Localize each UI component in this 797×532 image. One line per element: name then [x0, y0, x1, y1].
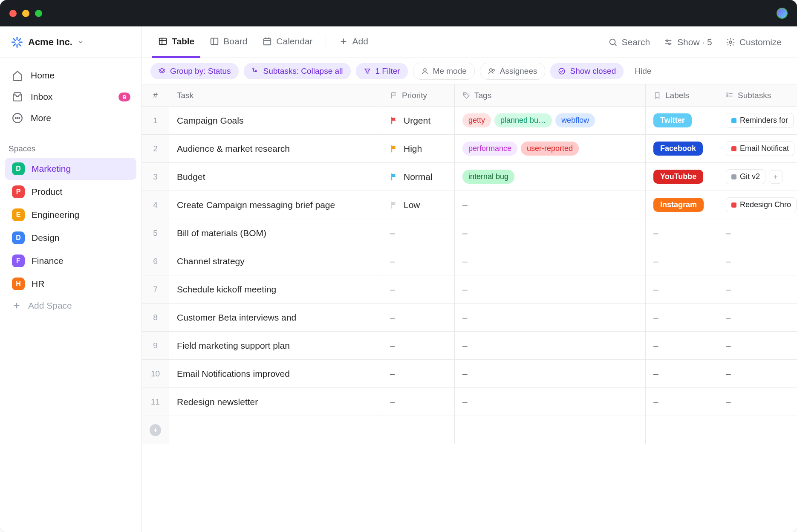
nav-inbox[interactable]: Inbox 9 — [5, 86, 136, 107]
label-cell[interactable]: Facebook — [646, 135, 718, 163]
sidebar-space-design[interactable]: DDesign — [5, 227, 136, 249]
assignees-pill[interactable]: Assignees — [480, 63, 546, 80]
label-chip[interactable]: Twitter — [653, 113, 692, 127]
tags-cell[interactable]: – — [455, 191, 646, 219]
tag-chip[interactable]: performance — [462, 142, 517, 156]
priority-cell[interactable]: Low — [382, 191, 455, 219]
subtask-cell[interactable]: Redesign Chro — [718, 191, 797, 219]
tab-board[interactable]: Board — [204, 26, 253, 58]
tag-chip[interactable]: user-reported — [521, 142, 579, 156]
sidebar-space-product[interactable]: PProduct — [5, 181, 136, 203]
col-priority[interactable]: Priority — [382, 84, 455, 107]
tag-chip[interactable]: getty — [462, 113, 491, 127]
subtask-cell[interactable]: – — [718, 275, 797, 304]
tags-cell[interactable]: – — [455, 388, 646, 416]
subtask-chip[interactable]: Redesign Chro — [726, 197, 797, 212]
me-mode-pill[interactable]: Me mode — [413, 63, 475, 80]
tags-cell[interactable]: – — [455, 360, 646, 388]
col-labels[interactable]: Labels — [646, 84, 718, 107]
label-chip[interactable]: YouTubbe — [653, 170, 703, 184]
hide-button[interactable]: Hide — [629, 63, 657, 79]
tags-cell[interactable]: performanceuser-reported — [455, 135, 646, 163]
label-cell[interactable]: – — [646, 275, 718, 304]
subtask-cell[interactable]: Reminders for — [718, 107, 797, 135]
search-button[interactable]: Search — [603, 34, 656, 51]
task-cell[interactable]: Email Notifications improved — [169, 360, 382, 388]
close-window[interactable] — [9, 10, 17, 17]
task-cell[interactable]: Schedule kickoff meeting — [169, 275, 382, 304]
priority-cell[interactable]: – — [382, 332, 455, 360]
subtask-chip[interactable]: Reminders for — [726, 113, 794, 128]
maximize-window[interactable] — [35, 10, 42, 17]
subtask-chip[interactable]: Email Notificat — [726, 141, 794, 156]
show-closed-pill[interactable]: Show closed — [550, 63, 624, 79]
label-cell[interactable]: – — [646, 332, 718, 360]
subtask-cell[interactable]: Git v2 — [718, 163, 797, 191]
priority-cell[interactable]: – — [382, 275, 455, 304]
task-cell[interactable]: Create Campaign messaging brief page — [169, 191, 382, 219]
label-cell[interactable]: Instagram — [646, 191, 718, 219]
subtasks-pill[interactable]: Subtasks: Collapse all — [244, 63, 351, 79]
priority-cell[interactable]: – — [382, 247, 455, 275]
task-cell[interactable]: Campaign Goals — [169, 107, 382, 135]
label-cell[interactable]: – — [646, 360, 718, 388]
tags-cell[interactable]: – — [455, 304, 646, 332]
tag-chip[interactable]: webflow — [555, 113, 595, 127]
task-cell[interactable]: Audience & market research — [169, 135, 382, 163]
sidebar-space-marketing[interactable]: DMarketing — [5, 158, 136, 180]
nav-home[interactable]: Home — [5, 65, 136, 86]
label-cell[interactable]: – — [646, 388, 718, 416]
group-by-pill[interactable]: Group by: Status — [150, 63, 239, 79]
task-cell[interactable]: Redesign newsletter — [169, 388, 382, 416]
add-space-button[interactable]: Add Space — [5, 296, 136, 315]
tags-cell[interactable]: – — [455, 332, 646, 360]
tags-cell[interactable]: – — [455, 275, 646, 304]
minimize-window[interactable] — [22, 10, 29, 17]
priority-cell[interactable]: Normal — [382, 163, 455, 191]
label-cell[interactable]: YouTubbe — [646, 163, 718, 191]
show-button[interactable]: Show · 5 — [658, 34, 717, 51]
subtask-cell[interactable]: – — [718, 388, 797, 416]
label-cell[interactable]: – — [646, 304, 718, 332]
tags-cell[interactable]: – — [455, 247, 646, 275]
tags-cell[interactable]: internal bug — [455, 163, 646, 191]
priority-cell[interactable]: – — [382, 219, 455, 247]
task-cell[interactable]: Field marketing support plan — [169, 332, 382, 360]
customize-button[interactable]: Customize — [721, 34, 787, 51]
col-task[interactable]: Task — [169, 84, 382, 107]
subtask-cell[interactable]: – — [718, 360, 797, 388]
add-row[interactable] — [142, 416, 169, 444]
subtask-cell[interactable]: – — [718, 304, 797, 332]
priority-cell[interactable]: High — [382, 135, 455, 163]
col-tags[interactable]: Tags — [455, 84, 646, 107]
subtask-cell[interactable]: – — [718, 247, 797, 275]
tags-cell[interactable]: gettyplanned bu…webflow — [455, 107, 646, 135]
priority-cell[interactable]: – — [382, 304, 455, 332]
tab-add[interactable]: Add — [333, 26, 374, 58]
label-chip[interactable]: Facebook — [653, 142, 703, 156]
label-cell[interactable]: – — [646, 247, 718, 275]
label-cell[interactable]: Twitter — [646, 107, 718, 135]
label-cell[interactable]: – — [646, 219, 718, 247]
table-scroll[interactable]: # Task Priority Tags Labels Subtasks 1Ca… — [142, 84, 797, 532]
tags-cell[interactable]: – — [455, 219, 646, 247]
task-cell[interactable]: Channel strategy — [169, 247, 382, 275]
task-cell[interactable]: Customer Beta interviews and — [169, 304, 382, 332]
sidebar-space-finance[interactable]: FFinance — [5, 250, 136, 272]
task-cell[interactable]: Budget — [169, 163, 382, 191]
priority-cell[interactable]: Urgent — [382, 107, 455, 135]
avatar[interactable] — [777, 8, 788, 19]
priority-cell[interactable]: – — [382, 360, 455, 388]
tag-chip[interactable]: internal bug — [462, 170, 514, 184]
tag-chip[interactable]: planned bu… — [494, 113, 552, 127]
nav-more[interactable]: More — [5, 107, 136, 129]
tab-table[interactable]: Table — [152, 26, 200, 58]
sidebar-space-hr[interactable]: HHR — [5, 273, 136, 295]
tab-calendar[interactable]: Calendar — [257, 26, 318, 58]
subtask-cell[interactable]: Email Notificat — [718, 135, 797, 163]
task-cell[interactable]: Bill of materials (BOM) — [169, 219, 382, 247]
add-subtask[interactable] — [769, 170, 783, 184]
filter-pill[interactable]: 1 Filter — [356, 63, 408, 79]
col-subtasks[interactable]: Subtasks — [718, 84, 797, 107]
priority-cell[interactable]: – — [382, 388, 455, 416]
